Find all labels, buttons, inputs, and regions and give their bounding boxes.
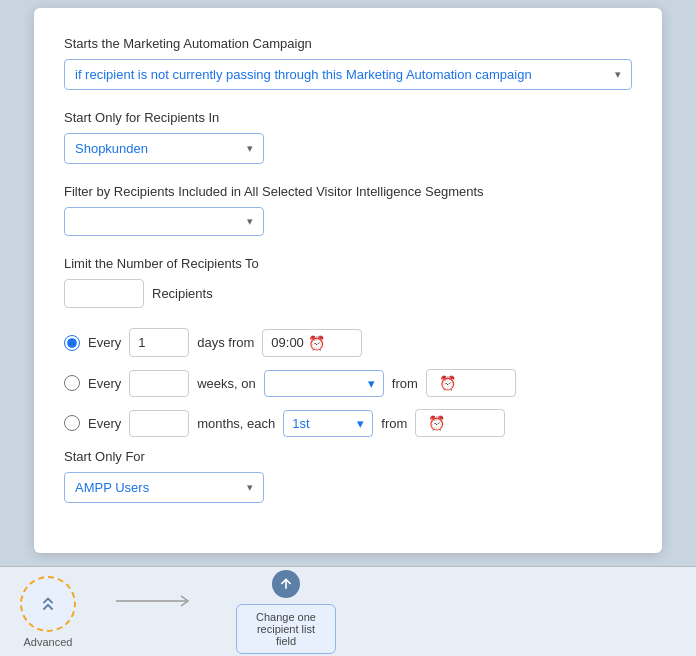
filter-segments-dropdown[interactable]: ▾ [64,207,264,236]
section2-label: Start Only for Recipients In [64,110,632,125]
radio-days-every-label: Every [88,335,121,350]
days-time-value: 09:00 [271,335,304,350]
months-clock-icon: ⏰ [428,415,445,431]
radio-row-months: Every months, each 1st ▾ from ⏰ [64,409,632,437]
months-day-dropdown[interactable]: 1st ▾ [283,410,373,437]
section4-label: Limit the Number of Recipients To [64,256,632,271]
radio-weeks-from-label: from [392,376,418,391]
section-recipients-in: Start Only for Recipients In Shopkunden … [64,110,632,164]
days-time-picker[interactable]: 09:00 ⏰ [262,329,362,357]
months-value-input[interactable] [129,410,189,437]
change-field-icon [272,570,300,598]
advanced-node-circle [20,576,76,632]
weeks-value-input[interactable] [129,370,189,397]
recipients-unit-label: Recipients [152,286,213,301]
radio-months-each-label: months, each [197,416,275,431]
weeks-time-picker[interactable]: ⏰ [426,369,516,397]
radio-days[interactable] [64,335,80,351]
section-limit-recipients: Limit the Number of Recipients To Recipi… [64,256,632,308]
change-field-box: Change one recipient list field [236,604,336,654]
section5-label: Start Only For [64,449,632,464]
recipients-in-dropdown[interactable]: Shopkunden ▾ [64,133,264,164]
workflow-node-advanced: Advanced [20,576,76,648]
campaign-dropdown[interactable]: if recipient is not currently passing th… [64,59,632,90]
workflow-arrow-icon [116,592,196,615]
days-value-input[interactable] [129,328,189,357]
radio-row-weeks: Every weeks, on ▾ from ⏰ [64,369,632,397]
recipients-row: Recipients [64,279,632,308]
campaign-dropdown-chevron-icon: ▾ [615,68,621,81]
weeks-clock-icon: ⏰ [439,375,456,391]
section3-label: Filter by Recipients Included in All Sel… [64,184,632,199]
radio-months-from-label: from [381,416,407,431]
campaign-dropdown-value: if recipient is not currently passing th… [75,67,615,82]
advanced-node-label: Advanced [24,636,73,648]
recipients-in-chevron-icon: ▾ [247,142,253,155]
dialog-card: Starts the Marketing Automation Campaign… [34,8,662,553]
radio-months[interactable] [64,415,80,431]
radio-days-from-label: days from [197,335,254,350]
start-only-for-dropdown-value: AMPP Users [75,480,247,495]
filter-segments-chevron-icon: ▾ [247,215,253,228]
radio-row-days: Every days from 09:00 ⏰ [64,328,632,357]
months-day-dropdown-value: 1st [292,416,309,431]
start-only-for-chevron-icon: ▾ [247,481,253,494]
radio-months-every-label: Every [88,416,121,431]
section-filter-segments: Filter by Recipients Included in All Sel… [64,184,632,236]
months-time-picker[interactable]: ⏰ [415,409,505,437]
days-clock-icon: ⏰ [308,335,325,351]
recipients-count-input[interactable] [64,279,144,308]
section-start-only-for: Start Only For AMPP Users ▾ [64,449,632,503]
change-field-label: Change one recipient list field [256,611,316,647]
radio-weeks-every-label: Every [88,376,121,391]
recipients-in-dropdown-value: Shopkunden [75,141,247,156]
weeks-day-dropdown[interactable]: ▾ [264,370,384,397]
weeks-day-chevron-icon: ▾ [368,376,375,391]
radio-weeks-on-label: weeks, on [197,376,256,391]
start-only-for-dropdown[interactable]: AMPP Users ▾ [64,472,264,503]
radio-weeks[interactable] [64,375,80,391]
workflow-bar: Advanced Change one recipient list field [0,566,696,656]
workflow-node-change-field: Change one recipient list field [236,570,336,654]
section1-label: Starts the Marketing Automation Campaign [64,36,632,51]
months-day-chevron-icon: ▾ [357,416,364,431]
section-campaign-start: Starts the Marketing Automation Campaign… [64,36,632,90]
